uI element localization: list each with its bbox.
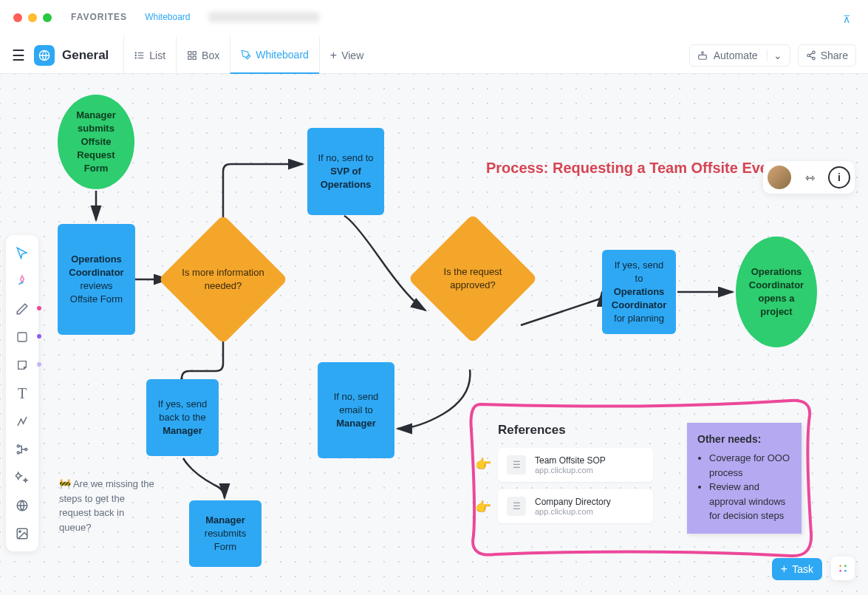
references-title: References: [498, 423, 653, 438]
sticky-tool[interactable]: [9, 352, 35, 378]
svg-point-19: [17, 445, 19, 447]
svg-point-24: [19, 531, 21, 532]
node-info-needed[interactable]: Is more information needed?: [177, 234, 269, 325]
pin-icon[interactable]: ⊼: [843, 13, 850, 25]
svg-point-28: [844, 570, 847, 572]
mindmap-tool[interactable]: [9, 436, 35, 463]
svg-rect-9: [188, 56, 191, 59]
node-open[interactable]: Operations Coordinatoropens a project: [736, 237, 817, 347]
automate-button[interactable]: Automate⌄: [689, 44, 790, 67]
node-resubmit[interactable]: Managerresubmits Form: [189, 500, 262, 567]
canvas-controls: ⇿ i: [763, 161, 855, 194]
svg-point-25: [839, 565, 841, 567]
node-approved[interactable]: Is the request approved?: [427, 233, 519, 324]
svg-point-27: [839, 570, 841, 572]
reference-card[interactable]: ☰Team Offsite SOPapp.clickup.com: [498, 448, 653, 482]
tab-whiteboard[interactable]: Whiteboard: [145, 12, 190, 22]
page-title: General: [62, 48, 109, 63]
tab-box[interactable]: Box: [176, 37, 230, 74]
svg-rect-8: [193, 51, 196, 54]
add-view-button[interactable]: +View: [319, 37, 374, 74]
share-button[interactable]: Share: [798, 44, 856, 67]
menu-icon[interactable]: ☰: [12, 47, 25, 64]
svg-point-26: [844, 565, 847, 567]
svg-line-16: [810, 52, 813, 54]
toolbar: T: [6, 235, 38, 551]
node-review[interactable]: Operations Coordinatorreviews Offsite Fo…: [58, 224, 135, 335]
whiteboard-canvas[interactable]: ⇿ i Manager submits Offsite Request Form…: [0, 74, 868, 595]
comment-note[interactable]: 🚧 Are we missing the steps to get the re…: [59, 477, 155, 534]
doc-icon: ☰: [507, 497, 526, 516]
sticky-note[interactable]: Other needs: Coverage for OOO processRev…: [687, 423, 802, 534]
node-resend[interactable]: If yes, send back to theManager: [146, 379, 219, 456]
svg-point-14: [807, 54, 810, 57]
svg-point-13: [812, 51, 815, 54]
generate-tool[interactable]: [9, 268, 35, 294]
shape-tool[interactable]: [9, 324, 35, 350]
doc-icon: ☰: [507, 455, 526, 475]
tab-whiteboard-view[interactable]: Whiteboard: [230, 37, 319, 74]
svg-point-5: [135, 55, 136, 55]
node-start[interactable]: Manager submits Offsite Request Form: [58, 95, 134, 189]
web-tool[interactable]: [9, 492, 35, 519]
task-button[interactable]: +Task: [772, 558, 822, 580]
svg-rect-18: [18, 333, 27, 341]
svg-rect-7: [188, 51, 191, 54]
svg-point-20: [17, 452, 19, 454]
top-tabs: FAVORITES Whiteboard: [71, 12, 319, 22]
pointer-emoji: 👉: [475, 499, 491, 515]
connector-tool[interactable]: [9, 408, 35, 435]
header: ☰ General List Box Whiteboard +View Auto…: [0, 37, 868, 74]
space-icon[interactable]: [34, 45, 55, 66]
window-controls[interactable]: [13, 13, 52, 22]
svg-point-15: [812, 57, 815, 60]
cursor-tool[interactable]: [9, 239, 35, 266]
tab-list[interactable]: List: [123, 37, 176, 74]
chevron-down-icon[interactable]: ⌄: [767, 50, 782, 61]
pointer-emoji: 👉: [475, 456, 491, 472]
ai-tool[interactable]: [9, 464, 35, 491]
svg-rect-10: [193, 56, 196, 59]
references-panel: References ☰Team Offsite SOPapp.clickup.…: [498, 423, 653, 531]
svg-point-12: [702, 51, 703, 52]
reference-card[interactable]: ☰Company Directoryapp.clickup.com: [498, 489, 653, 523]
tab-blurred: [208, 12, 319, 22]
svg-rect-11: [698, 55, 706, 59]
apps-button[interactable]: [831, 557, 855, 580]
svg-point-4: [135, 52, 136, 52]
image-tool[interactable]: [9, 520, 35, 547]
node-svp[interactable]: If no, send toSVP of Operations: [307, 128, 384, 215]
avatar[interactable]: [768, 166, 791, 189]
fit-width-icon[interactable]: ⇿: [799, 166, 821, 188]
svg-line-17: [810, 55, 813, 57]
view-tabs: List Box Whiteboard +View: [123, 37, 374, 74]
pen-tool[interactable]: [9, 296, 35, 322]
info-icon[interactable]: i: [828, 166, 850, 188]
node-noemail[interactable]: If no, send email toManager: [318, 362, 394, 458]
node-plan[interactable]: If yes, send toOperations Coordinatorfor…: [602, 250, 676, 334]
favorites-label: FAVORITES: [71, 12, 127, 22]
svg-point-21: [25, 449, 27, 451]
svg-point-6: [135, 57, 136, 58]
process-title: Process: Requesting a Team Offsite Event: [486, 160, 782, 177]
text-tool[interactable]: T: [9, 380, 35, 407]
